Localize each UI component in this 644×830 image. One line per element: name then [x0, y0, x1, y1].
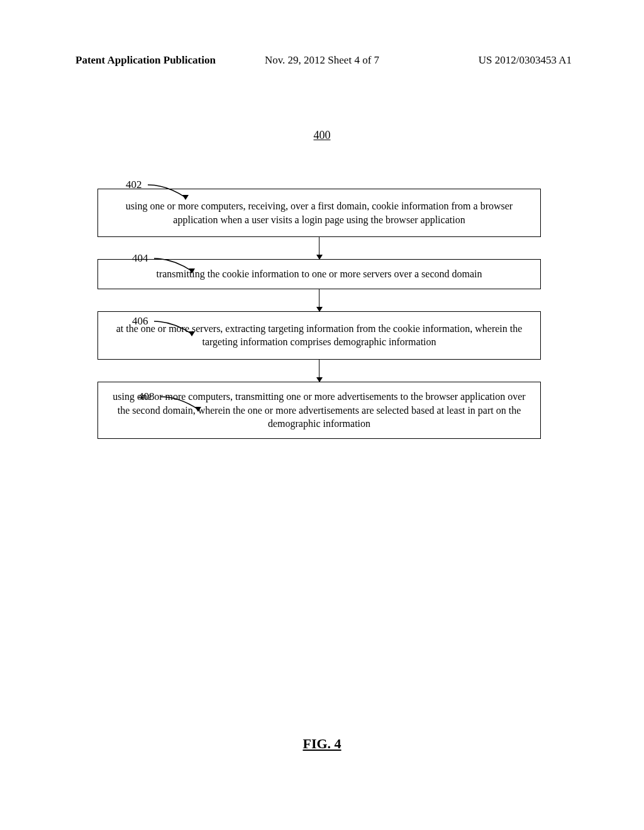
header-patent-number: US 2012/0303453 A1	[479, 54, 572, 67]
flow-arrow-3	[319, 360, 319, 382]
step-label-408: 408	[138, 390, 155, 403]
step-label-404: 404	[132, 252, 148, 265]
page-header: Patent Application Publication Nov. 29, …	[0, 54, 644, 67]
flowchart-diagram: 402 using one or more computers, receivi…	[97, 189, 541, 439]
label-arrowhead-404	[189, 268, 195, 274]
header-publication: Patent Application Publication	[75, 54, 216, 67]
step-label-402: 402	[126, 179, 142, 191]
step-text-402: using one or more computers, receiving, …	[126, 201, 513, 225]
flow-arrow-1	[319, 237, 319, 259]
label-arrowhead-402	[182, 195, 189, 200]
figure-title: FIG. 4	[303, 736, 341, 752]
figure-number: 400	[314, 129, 331, 142]
label-arrowhead-408	[195, 407, 201, 412]
step-text-404: transmitting the cookie information to o…	[156, 268, 482, 279]
step-label-406: 406	[132, 315, 148, 328]
header-sheet-info: Nov. 29, 2012 Sheet 4 of 7	[265, 54, 379, 67]
label-arrowhead-406	[189, 331, 195, 336]
flow-arrow-2	[319, 289, 319, 311]
